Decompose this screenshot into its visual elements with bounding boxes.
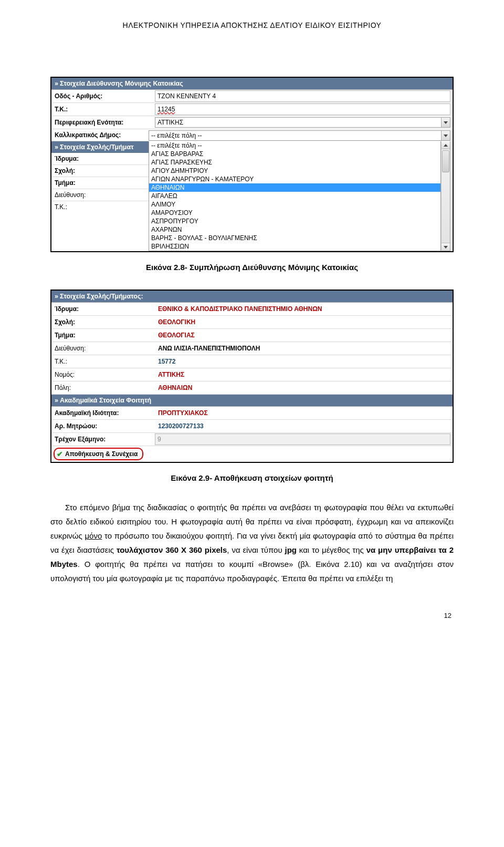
- tk-input[interactable]: 11245: [155, 104, 450, 115]
- region-label: Περιφερειακή Ενότητα:: [51, 117, 155, 128]
- text-segment: , να είναι τύπου: [227, 545, 285, 554]
- scholi-label: Σχολή:: [51, 316, 155, 328]
- idryma-label-1: Ίδρυμα:: [51, 153, 149, 165]
- raquo-icon: »: [55, 143, 58, 151]
- text-segment: και το μέγεθος της: [297, 545, 366, 554]
- semester-label: Τρέχον Εξάμηνο:: [51, 433, 155, 445]
- tk2-label-1: Τ.Κ.:: [51, 201, 149, 213]
- city-option[interactable]: ΑΓΙΩΝ ΑΝΑΡΓΥΡΩΝ - ΚΑΜΑΤΕΡΟΥ: [149, 175, 440, 183]
- city-select-value: -- επιλέξτε πόλη --: [149, 131, 441, 140]
- nomos-value: ΑΤΤΙΚΗΣ: [155, 370, 453, 379]
- city-option[interactable]: ΑΓΙΑΣ ΠΑΡΑΣΚΕΥΗΣ: [149, 158, 440, 167]
- document-header: ΗΛΕΚΤΡΟΝΙΚΗ ΥΠΗΡΕΣΙΑ ΑΠΟΚΤΗΣΗΣ ΔΕΛΤΙΟΥ Ε…: [50, 21, 454, 29]
- bold-text: jpg: [285, 545, 297, 554]
- address-label: Διεύθυνση:: [51, 343, 155, 354]
- city-label: Καλλικρατικός Δήμος:: [51, 129, 149, 141]
- city-option[interactable]: ΒΑΡΗΣ - ΒΟΥΛΑΣ - ΒΟΥΛΙΑΓΜΕΝΗΣ: [149, 234, 440, 242]
- city-option[interactable]: ΑΓΙΑΣ ΒΑΡΒΑΡΑΣ: [149, 150, 440, 158]
- dropdown-arrow-icon[interactable]: [441, 118, 450, 127]
- section-address-header: »Στοιχεία Διεύθυνσης Μόνιμης Κατοικίας: [51, 78, 453, 90]
- section-school-header-2: »Στοιχεία Σχολής/Τμήματος:: [51, 291, 453, 303]
- figure-2-9-screenshot: »Στοιχεία Σχολής/Τμήματος: Ίδρυμα: ΕΘΝΙΚ…: [50, 290, 454, 463]
- scroll-up-icon[interactable]: [442, 141, 450, 149]
- city-option[interactable]: ΑΙΓΑΛΕΩ: [149, 192, 440, 200]
- city-option[interactable]: ΑΛΙΜΟΥ: [149, 200, 440, 209]
- section-school-title-1: Στοιχεία Σχολής/Τμήματ: [60, 143, 134, 151]
- raquo-icon: »: [55, 80, 58, 87]
- city-option-selected[interactable]: ΑΘΗΝΑΙΩΝ: [149, 183, 440, 192]
- scroll-thumb[interactable]: [442, 150, 449, 172]
- idio-label: Ακαδημαϊκή Ιδιότητα:: [51, 407, 155, 419]
- street-input[interactable]: ΤΖΟΝ ΚΕΝΝΕΝΤΥ 4: [155, 90, 450, 102]
- am-value: 1230200727133: [155, 421, 453, 431]
- listbox-scrollbar[interactable]: [441, 141, 450, 251]
- tmima-label: Τμήμα:: [51, 329, 155, 341]
- idryma-label: Ίδρυμα:: [51, 303, 155, 315]
- city-option[interactable]: ΑΜΑΡΟΥΣΙΟΥ: [149, 209, 440, 217]
- scroll-down-icon[interactable]: [442, 243, 450, 251]
- section-address-title: Στοιχεία Διεύθυνσης Μόνιμης Κατοικίας: [60, 80, 183, 87]
- idio-value: ΠΡΟΠΤΥΧΙΑΚΟΣ: [155, 408, 453, 418]
- save-continue-label: Αποθήκευση & Συνέχεια: [65, 450, 138, 458]
- dropdown-arrow-icon[interactable]: [441, 131, 450, 140]
- tk-label-2: Τ.Κ.:: [51, 356, 155, 367]
- underlined-text: μόνο: [85, 531, 102, 540]
- body-paragraph: Στο επόμενο βήμα της διαδικασίας ο φοιτη…: [50, 500, 454, 585]
- section-school-header-1: »Στοιχεία Σχολής/Τμήματ: [51, 141, 149, 153]
- city-option[interactable]: ΑΓΙΟΥ ΔΗΜΗΤΡΙΟΥ: [149, 167, 440, 175]
- city-listbox[interactable]: -- επιλέξτε πόλη -- ΑΓΙΑΣ ΒΑΡΒΑΡΑΣ ΑΓΙΑΣ…: [149, 141, 441, 251]
- tmima-label-1: Τμήμα:: [51, 177, 149, 189]
- poli-label: Πόλη:: [51, 382, 155, 394]
- tmima-value: ΘΕΟΛΟΓΙΑΣ: [155, 330, 453, 340]
- section-school-title-2: Στοιχεία Σχολής/Τμήματος:: [60, 293, 143, 300]
- scholi-label-1: Σχολή:: [51, 165, 149, 177]
- check-icon: ✔: [57, 450, 63, 458]
- text-segment: . Ο φοιτητής θα πρέπει να πατήσει το κου…: [50, 560, 454, 583]
- city-option[interactable]: ΑΧΑΡΝΩΝ: [149, 225, 440, 234]
- region-select[interactable]: ΑΤΤΙΚΗΣ: [155, 117, 450, 128]
- bold-text: τουλάχιστον 360 X 360 pixels: [117, 545, 227, 554]
- tk-value-2: 15772: [155, 357, 453, 366]
- address-value: ΑΝΩ ΙΛΙΣΙΑ-ΠΑΝΕΠΙΣΤΗΜΙΟΠΟΛΗ: [155, 344, 453, 353]
- tk-label: Τ.Κ.:: [51, 104, 155, 115]
- idryma-value: ΕΘΝΙΚΟ & ΚΑΠΟΔΙΣΤΡΙΑΚΟ ΠΑΝΕΠΙΣΤΗΜΙΟ ΑΘΗΝ…: [155, 304, 453, 314]
- address2-label-1: Διεύθυνση:: [51, 189, 149, 201]
- raquo-icon: »: [55, 293, 58, 300]
- poli-value: ΑΘΗΝΑΙΩΝ: [155, 383, 453, 392]
- am-label: Αρ. Μητρώου:: [51, 420, 155, 432]
- raquo-icon: »: [55, 397, 58, 404]
- section-academic-title: Ακαδημαϊκά Στοιχεία Φοιτητή: [60, 397, 151, 404]
- city-select[interactable]: -- επιλέξτε πόλη --: [149, 130, 450, 141]
- page-number: 12: [50, 612, 454, 619]
- region-select-value: ΑΤΤΙΚΗΣ: [155, 118, 441, 127]
- city-option[interactable]: ΒΡΙΛΗΣΣΙΩΝ: [149, 242, 440, 251]
- save-continue-button[interactable]: ✔ Αποθήκευση & Συνέχεια: [54, 448, 143, 460]
- scholi-value: ΘΕΟΛΟΓΙΚΗ: [155, 317, 453, 327]
- figure-2-9-caption: Εικόνα 2.9- Αποθήκευση στοιχείων φοιτητή: [50, 473, 454, 482]
- nomos-label: Νομός:: [51, 369, 155, 380]
- street-label: Οδός - Αριθμός:: [51, 90, 155, 102]
- city-option[interactable]: -- επιλέξτε πόλη --: [149, 141, 440, 150]
- section-academic-header: »Ακαδημαϊκά Στοιχεία Φοιτητή: [51, 395, 453, 407]
- semester-input: 9: [155, 433, 450, 445]
- city-option[interactable]: ΑΣΠΡΟΠΥΡΓΟΥ: [149, 217, 440, 225]
- figure-2-8-screenshot: »Στοιχεία Διεύθυνσης Μόνιμης Κατοικίας Ο…: [50, 77, 454, 252]
- figure-2-8-caption: Εικόνα 2.8- Συμπλήρωση Διεύθυνσης Μόνιμη…: [50, 263, 454, 272]
